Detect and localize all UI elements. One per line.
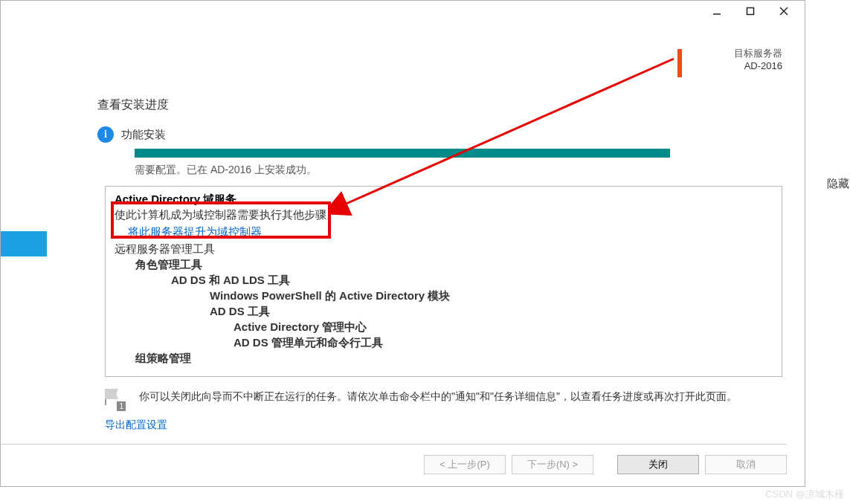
install-status: 功能安装 <box>121 128 166 142</box>
progress-bar <box>135 149 670 158</box>
sidebar-active-step <box>1 231 47 256</box>
item-powershell-ad: Windows PowerShell 的 Active Directory 模块 <box>210 289 773 303</box>
target-server-name: AD-2016 <box>734 60 782 71</box>
watermark: CSDN @凉城木槿 <box>765 488 844 501</box>
prev-button: < 上一步(P) <box>424 455 506 474</box>
hint-row: 1 你可以关闭此向导而不中断正在运行的任务。请依次单击命令栏中的"通知"和"任务… <box>105 389 782 410</box>
side-hide-text[interactable]: 隐藏 <box>827 177 849 191</box>
item-adds-adlds: AD DS 和 AD LDS 工具 <box>171 274 773 288</box>
info-row: i 功能安装 <box>97 126 782 143</box>
button-row: < 上一步(P) 下一步(N) > 关闭 取消 <box>1 444 787 474</box>
promote-dc-link[interactable]: 将此服务器提升为域控制器 <box>128 225 262 239</box>
wizard-window: 目标服务器 AD-2016 查看安装进度 i 功能安装 需要配置。已在 AD-2… <box>0 0 805 487</box>
cancel-button: 取消 <box>705 455 787 474</box>
export-config-link[interactable]: 导出配置设置 <box>105 419 167 432</box>
annotation-mark <box>677 49 682 77</box>
result-desc: 使此计算机成为域控制器需要执行其他步骤。 <box>115 208 773 222</box>
item-gp-mgmt: 组策略管理 <box>135 352 773 366</box>
config-status: 需要配置。已在 AD-2016 上安装成功。 <box>135 164 782 177</box>
titlebar <box>1 1 805 22</box>
target-server-info: 目标服务器 AD-2016 <box>734 47 782 71</box>
item-ad-admin-center: Active Directory 管理中心 <box>234 320 773 335</box>
flag-icon: 1 <box>105 389 126 410</box>
content-area: 查看安装进度 i 功能安装 需要配置。已在 AD-2016 上安装成功。 Act… <box>97 97 782 432</box>
item-remote-tools: 远程服务器管理工具 <box>115 242 773 256</box>
hint-text: 你可以关闭此向导而不中断正在运行的任务。请依次单击命令栏中的"通知"和"任务详细… <box>139 389 737 404</box>
result-title: Active Directory 域服务 <box>115 193 773 207</box>
target-label: 目标服务器 <box>734 47 782 60</box>
item-adds-tools: AD DS 工具 <box>210 305 773 319</box>
flag-count: 1 <box>117 401 126 411</box>
results-box: Active Directory 域服务 使此计算机成为域控制器需要执行其他步骤… <box>105 186 782 377</box>
item-role-tools: 角色管理工具 <box>135 258 773 272</box>
close-wizard-button[interactable]: 关闭 <box>617 455 699 474</box>
close-button[interactable] <box>767 2 800 20</box>
item-adds-snapin: AD DS 管理单元和命令行工具 <box>234 336 773 350</box>
minimize-button[interactable] <box>700 2 733 20</box>
maximize-button[interactable] <box>733 2 767 20</box>
info-icon: i <box>97 126 114 143</box>
section-title: 查看安装进度 <box>97 97 782 113</box>
svg-rect-1 <box>747 8 753 15</box>
next-button: 下一步(N) > <box>512 455 593 474</box>
